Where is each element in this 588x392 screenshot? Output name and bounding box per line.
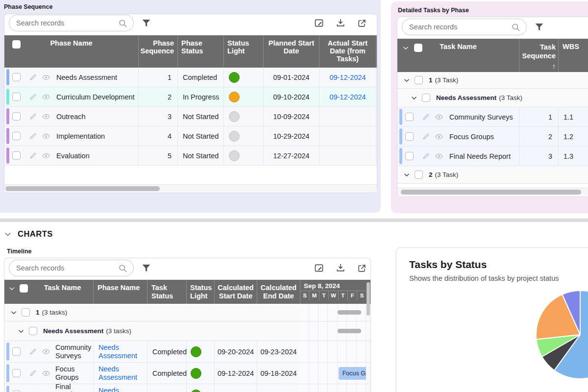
phase-search[interactable] [9,15,134,31]
group-checkbox[interactable] [422,94,430,102]
row-checkbox[interactable] [405,152,414,160]
status-light-gray [229,111,240,122]
grid-edit-icon[interactable] [314,18,324,28]
timeline-vscrollbar[interactable] [367,282,370,316]
row-checkbox[interactable] [12,347,21,356]
filter-icon[interactable] [142,264,151,272]
chevron-down-icon[interactable] [8,285,15,292]
edit-icon[interactable] [422,152,430,160]
col-header[interactable]: Phase Sequence [139,35,178,68]
chevron-down-icon[interactable] [10,309,17,316]
view-icon[interactable] [42,93,50,101]
row-checkbox[interactable] [12,73,21,81]
edit-icon[interactable] [29,347,37,356]
phase-link[interactable]: Needs Assessment [98,343,144,360]
row-checkbox[interactable] [12,151,21,160]
view-icon[interactable] [42,112,50,121]
col-header[interactable]: Phase Name [50,39,92,47]
group-checkbox[interactable] [415,171,423,179]
calendar-day-label: S [357,291,367,300]
task-sequence-cell: 3 [519,147,559,166]
select-all-checkbox[interactable] [414,44,422,52]
tasks-hscrollbar-track[interactable] [397,188,588,196]
view-icon[interactable] [42,347,50,356]
view-icon[interactable] [42,73,50,82]
view-icon[interactable] [435,152,443,161]
chevron-down-icon[interactable] [402,45,409,51]
planned-start-cell: 10-09-2024 [264,107,319,126]
row-checkbox[interactable] [12,369,21,377]
col-header[interactable]: Phase Status [178,35,224,68]
row-checkbox[interactable] [405,113,414,121]
col-header[interactable]: Calculated End Date [257,280,300,304]
timeline-search[interactable] [9,260,134,276]
actual-start-link[interactable]: 09-12-2024 [329,93,366,101]
phase-link[interactable]: Needs Assessment [98,365,144,381]
phase-search-input[interactable] [16,19,118,27]
row-checkbox[interactable] [12,93,21,101]
view-icon[interactable] [42,151,50,160]
download-icon[interactable] [336,18,345,28]
charts-section-header[interactable]: CHARTS [4,229,53,239]
tasks-hscrollbar-thumb[interactable] [401,190,581,195]
chevron-down-icon[interactable] [403,77,410,84]
select-all-checkbox[interactable] [12,40,21,49]
chevron-down-icon[interactable] [403,172,410,178]
col-header[interactable]: Task Status [147,280,187,304]
row-color-bar [6,69,9,85]
gantt-summary-bar[interactable] [338,310,362,315]
row-checkbox[interactable] [12,132,21,140]
gantt-task-bar[interactable]: Focus Groups [339,367,366,380]
col-header[interactable]: Actual Start Date (from Tasks) [319,35,376,68]
edit-icon[interactable] [29,151,37,160]
group-checkbox[interactable] [415,76,423,84]
phase-link[interactable]: Needs Assessment [98,387,144,392]
row-checkbox[interactable] [12,112,21,121]
grid-edit-icon[interactable] [314,263,324,273]
col-header[interactable]: Task Name [44,284,81,292]
edit-icon[interactable] [29,112,37,121]
tasks-search-input[interactable] [409,23,511,31]
col-header[interactable]: Calculated Start Date [215,280,257,304]
gantt-summary-bar[interactable] [338,329,362,333]
timeline-table-header: Task Name Phase Name Task Status Status … [4,280,370,304]
chevron-down-icon[interactable] [18,328,24,335]
view-icon[interactable] [435,113,443,122]
edit-icon[interactable] [422,132,430,141]
edit-icon[interactable] [29,93,37,101]
view-icon[interactable] [42,132,50,141]
phase-status-cell: Completed [178,68,224,87]
phase-hscrollbar-track[interactable] [4,184,377,192]
col-header-task-sequence[interactable]: Task Sequence↑ [519,39,559,72]
edit-icon[interactable] [29,369,37,377]
timeline-search-input[interactable] [16,264,118,272]
col-header[interactable]: Phase Name [94,280,147,304]
col-header[interactable]: Status Light [187,280,215,304]
phase-hscrollbar-thumb[interactable] [5,186,160,191]
download-icon[interactable] [336,263,345,273]
status-light-green [191,390,201,392]
edit-icon[interactable] [422,113,430,121]
col-header[interactable]: Status Light [224,35,264,68]
view-icon[interactable] [435,132,443,141]
view-icon[interactable] [42,369,50,378]
filter-icon[interactable] [142,19,151,27]
edit-icon[interactable] [29,132,37,140]
group-checkbox[interactable] [22,308,30,317]
phase-table: Phase Name Phase Sequence Phase Status S… [4,35,377,166]
col-header[interactable]: WBS [559,39,588,72]
actual-start-link[interactable]: 09-12-2024 [329,74,366,81]
select-all-checkbox[interactable] [20,284,28,293]
chevron-down-icon[interactable] [4,230,12,238]
open-in-new-icon[interactable] [357,264,367,273]
open-in-new-icon[interactable] [357,19,367,28]
edit-icon[interactable] [29,73,37,81]
chevron-down-icon[interactable] [411,95,417,101]
view-icon[interactable] [42,391,50,392]
col-header[interactable]: Task Name [440,43,477,50]
filter-icon[interactable] [535,23,544,31]
row-checkbox[interactable] [405,132,414,141]
tasks-search[interactable] [402,19,527,35]
col-header[interactable]: Planned Start Date [264,35,319,68]
group-checkbox[interactable] [29,327,37,335]
